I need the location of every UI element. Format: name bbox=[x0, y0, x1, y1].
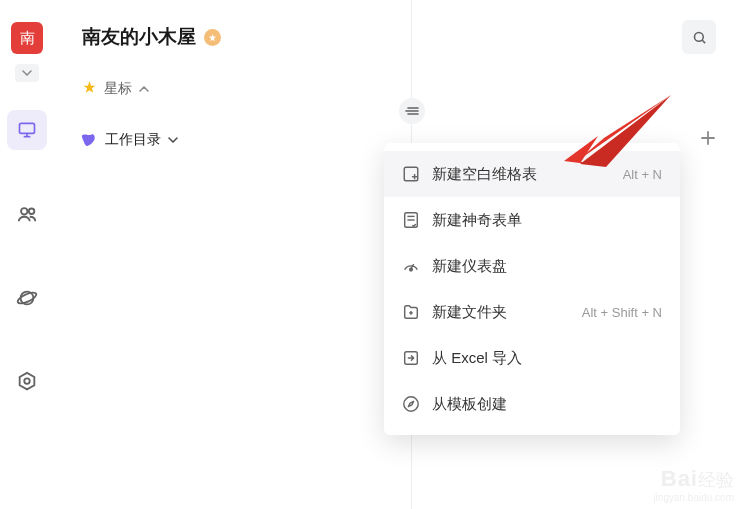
nav-contacts[interactable] bbox=[7, 194, 47, 234]
collapse-button[interactable] bbox=[399, 98, 425, 124]
collapse-icon bbox=[405, 105, 419, 117]
svg-point-3 bbox=[21, 208, 27, 214]
upgrade-badge-icon[interactable] bbox=[204, 29, 221, 46]
nav-explore[interactable] bbox=[7, 278, 47, 318]
search-icon bbox=[692, 30, 707, 45]
svg-point-24 bbox=[404, 397, 418, 411]
chevron-down-icon bbox=[22, 70, 32, 76]
svg-rect-0 bbox=[20, 123, 35, 133]
shortcut: Alt + N bbox=[623, 167, 662, 182]
menu-new-datasheet[interactable]: 新建空白维格表 Alt + N bbox=[384, 151, 680, 197]
svg-line-9 bbox=[702, 40, 705, 43]
search-button[interactable] bbox=[682, 20, 716, 54]
menu-label: 新建仪表盘 bbox=[432, 257, 662, 276]
svg-point-7 bbox=[24, 378, 30, 384]
starred-section[interactable]: 星标 bbox=[54, 80, 744, 98]
menu-label: 新建空白维格表 bbox=[432, 165, 611, 184]
gauge-icon bbox=[402, 257, 420, 275]
plus-icon bbox=[700, 130, 716, 146]
menu-label: 新建文件夹 bbox=[432, 303, 570, 322]
form-icon bbox=[402, 211, 420, 229]
folder-icon bbox=[79, 128, 101, 151]
datasheet-add-icon bbox=[402, 165, 420, 183]
shortcut: Alt + Shift + N bbox=[582, 305, 662, 320]
sidebar: 南 bbox=[0, 0, 54, 509]
menu-label: 新建神奇表单 bbox=[432, 211, 662, 230]
people-icon bbox=[16, 203, 38, 225]
star-icon bbox=[82, 80, 97, 98]
nav-workbench[interactable] bbox=[7, 110, 47, 150]
workdir-toggle[interactable]: 工作目录 bbox=[82, 130, 178, 149]
workspace-avatar[interactable]: 南 bbox=[11, 22, 43, 54]
folder-add-icon bbox=[402, 303, 420, 321]
menu-new-dashboard[interactable]: 新建仪表盘 bbox=[384, 243, 680, 289]
watermark: Bai经验 jingyan.baidu.com bbox=[653, 466, 734, 503]
hexagon-icon bbox=[16, 371, 38, 393]
workspace-title: 南友的小木屋 bbox=[82, 24, 196, 50]
menu-new-form[interactable]: 新建神奇表单 bbox=[384, 197, 680, 243]
header: 南友的小木屋 bbox=[54, 0, 744, 54]
menu-label: 从模板创建 bbox=[432, 395, 662, 414]
nav-settings[interactable] bbox=[7, 362, 47, 402]
chevron-down-icon bbox=[168, 137, 178, 143]
svg-point-6 bbox=[16, 290, 37, 305]
monitor-icon bbox=[17, 120, 37, 140]
workdir-label: 工作目录 bbox=[105, 131, 161, 149]
add-button[interactable] bbox=[700, 128, 716, 151]
starred-label: 星标 bbox=[104, 80, 132, 98]
menu-label: 从 Excel 导入 bbox=[432, 349, 662, 368]
svg-point-4 bbox=[29, 209, 35, 215]
svg-point-8 bbox=[694, 32, 703, 41]
title-wrap: 南友的小木屋 bbox=[82, 24, 221, 50]
menu-new-folder[interactable]: 新建文件夹 Alt + Shift + N bbox=[384, 289, 680, 335]
import-icon bbox=[402, 349, 420, 367]
menu-from-template[interactable]: 从模板创建 bbox=[384, 381, 680, 427]
planet-icon bbox=[16, 287, 38, 309]
compass-icon bbox=[402, 395, 420, 413]
menu-import-excel[interactable]: 从 Excel 导入 bbox=[384, 335, 680, 381]
chevron-up-icon bbox=[139, 86, 149, 92]
svg-rect-13 bbox=[404, 167, 418, 181]
create-menu: 新建空白维格表 Alt + N 新建神奇表单 新建仪表盘 新建文件夹 Alt +… bbox=[384, 143, 680, 435]
workspace-switcher[interactable] bbox=[15, 64, 39, 82]
